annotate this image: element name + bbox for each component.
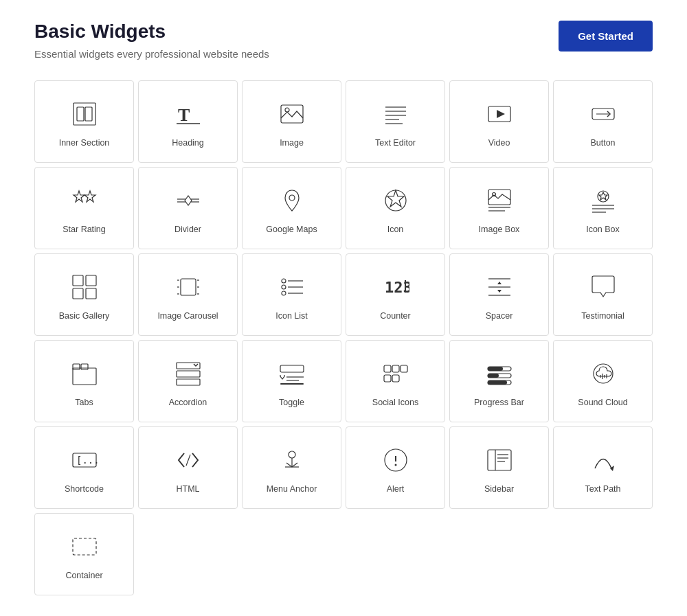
page-subtitle: Essential widgets every professional web… — [34, 48, 269, 60]
widget-label-spacer: Spacer — [486, 310, 513, 321]
image-box-icon — [483, 184, 516, 217]
widget-card-text-path[interactable]: Text Path — [553, 426, 653, 509]
widget-card-sound-cloud[interactable]: Sound Cloud — [553, 340, 653, 422]
widget-card-icon-list[interactable]: Icon List — [242, 253, 341, 336]
widget-card-icon-box[interactable]: Icon Box — [553, 167, 653, 249]
widget-card-star-rating[interactable]: Star Rating — [34, 167, 134, 249]
widget-label-accordion: Accordion — [169, 397, 207, 408]
svg-rect-65 — [280, 365, 304, 372]
accordion-icon — [172, 357, 205, 390]
widget-label-image-box: Image Box — [479, 224, 520, 235]
widget-card-divider[interactable]: Divider — [138, 167, 238, 249]
toggle-icon — [275, 357, 308, 390]
svg-rect-72 — [384, 375, 391, 382]
svg-point-48 — [282, 285, 286, 289]
widget-label-image: Image — [280, 137, 304, 148]
widget-label-toggle: Toggle — [279, 397, 304, 408]
svg-marker-57 — [497, 282, 502, 284]
widget-label-inner-section: Inner Section — [59, 137, 110, 148]
svg-marker-24 — [387, 190, 404, 207]
widget-label-tabs: Tabs — [75, 397, 93, 408]
widget-card-heading[interactable]: THeading — [138, 80, 238, 163]
widget-label-progress-bar: Progress Bar — [474, 397, 524, 408]
google-maps-icon — [275, 184, 308, 217]
svg-rect-36 — [86, 275, 96, 286]
widget-label-testimonial: Testimonial — [581, 310, 624, 321]
widget-card-button[interactable]: Button — [553, 80, 653, 163]
svg-rect-37 — [73, 288, 83, 299]
svg-rect-79 — [488, 380, 507, 385]
svg-text:T: T — [178, 105, 190, 125]
widget-card-tabs[interactable]: Tabs — [34, 340, 134, 422]
svg-rect-69 — [384, 365, 391, 372]
get-started-button[interactable]: Get Started — [559, 21, 653, 52]
widget-label-divider: Divider — [174, 224, 201, 235]
widget-card-accordion[interactable]: Accordion — [138, 340, 238, 422]
widget-label-icon-box: Icon Box — [586, 224, 620, 235]
widget-card-icon[interactable]: Icon — [346, 167, 445, 249]
basic-gallery-icon — [68, 271, 101, 304]
progress-bar-icon — [483, 357, 516, 390]
widget-card-sidebar[interactable]: Sidebar — [449, 426, 549, 509]
svg-marker-19 — [185, 196, 192, 205]
widget-card-alert[interactable]: Alert — [346, 426, 445, 509]
widget-label-video: Video — [488, 137, 510, 148]
widget-label-image-carousel: Image Carousel — [157, 310, 218, 321]
widget-label-social-icons: Social Icons — [372, 397, 418, 408]
widget-card-image-box[interactable]: Image Box — [449, 167, 549, 249]
widget-card-shortcode[interactable]: [...]Shortcode — [34, 426, 134, 509]
svg-line-92 — [292, 463, 297, 467]
svg-rect-96 — [488, 450, 511, 470]
inner-section-icon — [68, 98, 101, 130]
widget-card-html[interactable]: HTML — [138, 426, 238, 509]
widget-card-toggle[interactable]: Toggle — [242, 340, 341, 422]
widget-label-counter: Counter — [380, 310, 410, 321]
svg-rect-68 — [280, 383, 304, 385]
svg-rect-38 — [86, 288, 96, 299]
widget-card-menu-anchor[interactable]: Menu Anchor — [242, 426, 341, 509]
widget-card-inner-section[interactable]: Inner Section — [34, 80, 134, 163]
svg-rect-70 — [392, 365, 399, 372]
svg-rect-35 — [73, 275, 83, 286]
widget-card-video[interactable]: Video — [449, 80, 549, 163]
video-icon — [483, 98, 516, 130]
svg-point-46 — [282, 279, 286, 283]
widget-card-google-maps[interactable]: Google Maps — [242, 167, 341, 249]
widget-card-social-icons[interactable]: Social Icons — [346, 340, 445, 422]
widget-label-menu-anchor: Menu Anchor — [267, 483, 317, 494]
widget-label-container: Container — [65, 570, 102, 581]
svg-point-95 — [394, 464, 396, 466]
counter-icon: 123 — [379, 271, 412, 304]
svg-marker-16 — [74, 191, 85, 202]
image-carousel-icon — [172, 271, 205, 304]
widget-card-text-editor[interactable]: Text Editor — [346, 80, 445, 163]
social-icons-icon — [379, 357, 412, 390]
widget-card-spacer[interactable]: Spacer — [449, 253, 549, 336]
page-header: Basic Widgets Essential widgets every pr… — [34, 21, 653, 60]
widgets-grid: Inner SectionTHeadingImageText EditorVid… — [34, 80, 653, 595]
widget-card-progress-bar[interactable]: Progress Bar — [449, 340, 549, 422]
alert-icon — [379, 444, 412, 477]
widget-label-basic-gallery: Basic Gallery — [59, 310, 110, 321]
widget-card-basic-gallery[interactable]: Basic Gallery — [34, 253, 134, 336]
svg-rect-39 — [181, 279, 196, 295]
widget-card-counter[interactable]: 123Counter — [346, 253, 445, 336]
svg-rect-73 — [392, 375, 399, 382]
testimonial-icon — [587, 271, 620, 304]
icon-box-icon — [587, 184, 620, 217]
shortcode-icon: [...] — [68, 444, 101, 477]
svg-rect-1 — [77, 107, 84, 121]
widget-label-shortcode: Shortcode — [65, 483, 104, 494]
widget-label-text-editor: Text Editor — [375, 137, 416, 148]
svg-rect-60 — [73, 364, 80, 369]
widget-label-heading: Heading — [172, 137, 204, 148]
widget-card-image-carousel[interactable]: Image Carousel — [138, 253, 238, 336]
widget-card-image[interactable]: Image — [242, 80, 341, 163]
svg-rect-59 — [73, 368, 96, 385]
widget-label-sound-cloud: Sound Cloud — [578, 397, 627, 408]
image-icon — [275, 98, 308, 130]
widget-card-testimonial[interactable]: Testimonial — [553, 253, 653, 336]
divider-icon — [172, 184, 205, 217]
text-editor-icon — [379, 98, 412, 130]
widget-card-container[interactable]: Container — [34, 513, 134, 595]
